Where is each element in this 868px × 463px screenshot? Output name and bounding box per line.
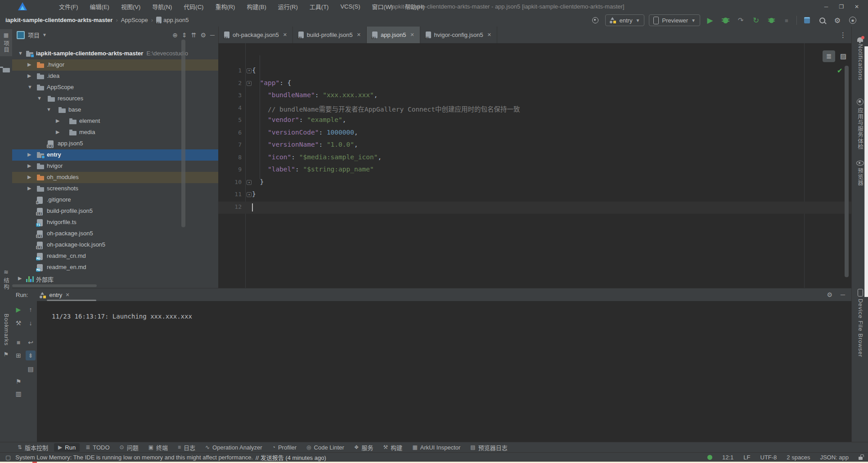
tree-row[interactable]: ▶entry	[12, 149, 218, 161]
stop-button[interactable]: ■	[781, 15, 792, 26]
tree-row[interactable]: ▶screenshots	[12, 183, 218, 194]
chevron-down-icon[interactable]: ▼	[18, 50, 23, 56]
tree-row[interactable]: MDreadme_cn.md	[12, 251, 218, 262]
device-select[interactable]: Previewer ▼	[649, 14, 700, 26]
tool-stripe-device-file-browser[interactable]: Device File Browser	[852, 289, 868, 357]
panel-settings-gear-icon[interactable]: ⚙	[201, 31, 207, 39]
close-button[interactable]: ✕	[849, 0, 864, 13]
tree-row[interactable]: ▶oh_modules	[12, 172, 218, 183]
device-manager-icon[interactable]	[801, 15, 812, 26]
menu-item-6[interactable]: 构建(B)	[241, 0, 272, 13]
editor-tab-app.json5[interactable]: app.json5✕	[367, 27, 420, 43]
breadcrumb-item-1[interactable]: AppScope	[121, 17, 148, 23]
tree-row[interactable]: ▼resources	[12, 93, 218, 104]
tree-row[interactable]: {0}oh-package-lock.json5	[12, 239, 218, 251]
tree-row[interactable]: ▼base	[12, 104, 218, 116]
run-minimize-icon[interactable]: ─	[841, 291, 845, 298]
run-settings-gear-icon[interactable]: ⚙	[827, 291, 833, 298]
tree-row[interactable]: ▶外部库	[12, 273, 218, 284]
chevron-right-icon[interactable]: ▶	[27, 152, 31, 157]
menu-item-3[interactable]: 导航(N)	[146, 0, 178, 13]
locate-target-icon[interactable]	[590, 15, 601, 26]
text-view-toggle[interactable]: ≣	[823, 50, 835, 62]
run-console[interactable]: 11/23 16:13:17: Launching xxx.xxx.xxx	[37, 301, 851, 442]
maximize-button[interactable]: ❐	[834, 0, 849, 13]
soft-wrap-icon[interactable]: ↩	[26, 337, 36, 347]
tree-row[interactable]: ▶media	[12, 127, 218, 138]
tree-row[interactable]: {0}build-profile.json5	[12, 206, 218, 217]
print-icon[interactable]: ▤	[26, 364, 36, 374]
tool-stripe-structure[interactable]: ≋ 结构	[0, 269, 12, 290]
chevron-right-icon[interactable]: ▶	[18, 275, 22, 281]
chevron-right-icon[interactable]: ▶	[56, 118, 59, 124]
debug-button[interactable]	[720, 15, 731, 26]
tree-row[interactable]: ▼iapkit-sample-clientdemo-arkts-masterE:…	[12, 48, 218, 59]
clear-console-icon[interactable]: ▥	[13, 389, 23, 399]
menu-item-9[interactable]: VCS(S)	[334, 0, 366, 13]
tree-row[interactable]: ▶element	[12, 116, 218, 127]
tool-window-button-问题[interactable]: ⊙问题	[116, 442, 143, 453]
encoding[interactable]: UTF-8	[760, 454, 777, 461]
tree-row[interactable]: TShvigorfile.ts	[12, 217, 218, 228]
expand-all-icon[interactable]: ⇕	[182, 31, 187, 39]
chevron-down-icon[interactable]: ▼	[37, 95, 42, 101]
editor-tab-build-profile.json5[interactable]: build-profile.json5✕	[293, 27, 367, 43]
scroll-to-end-icon[interactable]: ⇟	[26, 351, 36, 360]
prev-occurrence-icon[interactable]: ↑	[26, 305, 36, 315]
tool-window-button-Code Linter[interactable]: ◎Code Linter	[302, 443, 348, 452]
collapse-all-icon[interactable]: ⇈	[191, 31, 197, 39]
stop-process-button[interactable]: ■	[13, 337, 23, 347]
breadcrumb-item-2[interactable]: app.json5	[163, 17, 189, 23]
code-editor[interactable]: 1▾{2▾ "app": {3 "bundleName": "xxx.xxx.x…	[218, 43, 851, 288]
tree-row[interactable]: {0}oh-package.json5	[12, 228, 218, 239]
chevron-right-icon[interactable]: ▶	[56, 129, 59, 135]
tool-window-button-构建[interactable]: ⚒构建	[379, 442, 407, 453]
menu-item-5[interactable]: 重构(R)	[209, 0, 241, 13]
unlock-icon[interactable]	[859, 457, 863, 460]
sidebar-toggle-icon[interactable]: ▢	[5, 454, 11, 461]
breadcrumb-item-0[interactable]: iapkit-sample-clientdemo-arkts-master	[5, 17, 112, 23]
menu-item-8[interactable]: 工具(T)	[304, 0, 335, 13]
tree-row[interactable]: {0}app.json5	[12, 138, 218, 149]
run-button[interactable]: ▶	[705, 15, 715, 26]
chevron-right-icon[interactable]: ▶	[27, 174, 31, 180]
close-tab-icon[interactable]: ✕	[283, 32, 287, 38]
send-report-link[interactable]: // 发送报告 (4 minutes ago)	[256, 453, 326, 462]
tool-window-button-服务[interactable]: ❖服务	[350, 442, 378, 453]
tree-vertical-scrollbar[interactable]	[181, 40, 185, 227]
search-everywhere-icon[interactable]	[817, 15, 828, 26]
line-ending[interactable]: LF	[743, 454, 750, 461]
tool-stripe-project[interactable]: ▦ 项目	[0, 29, 12, 56]
hide-panel-icon[interactable]: ─	[210, 31, 215, 39]
tree-row[interactable]: ▼AppScope	[12, 82, 218, 93]
menu-item-7[interactable]: 运行(R)	[272, 0, 304, 13]
chevron-down-icon[interactable]: ▼	[42, 32, 47, 37]
menu-item-4[interactable]: 代码(C)	[178, 0, 209, 13]
profile-account-icon[interactable]: ◉	[847, 15, 858, 26]
run-tab-entry[interactable]: entry ✕	[40, 292, 69, 298]
editor-tab-hvigor-config.json5[interactable]: hvigor-config.json5✕	[420, 27, 497, 43]
restart-app-button[interactable]: ↻	[751, 15, 761, 26]
tool-window-button-Operation Analyzer[interactable]: ∿Operation Analyzer	[201, 443, 266, 452]
chevron-right-icon[interactable]: ▶	[27, 62, 31, 67]
menu-item-1[interactable]: 编辑(E)	[84, 0, 115, 13]
pin-tab-icon[interactable]: ⚑	[13, 377, 23, 387]
editor-tab-oh-package.json5[interactable]: oh-package.json5✕	[219, 27, 293, 43]
minimize-button[interactable]: ─	[819, 0, 834, 13]
tool-window-button-版本控制[interactable]: ⇅版本控制	[13, 442, 52, 453]
run-settings-wrench-icon[interactable]: ⚒	[13, 318, 23, 328]
tool-stripe-commit[interactable]	[0, 68, 12, 72]
tree-row[interactable]: MDreadme_en.md	[12, 262, 218, 273]
restore-layout-icon[interactable]: ⊞	[13, 351, 23, 360]
debug-restart-button[interactable]	[766, 15, 777, 26]
tree-horizontal-scrollbar[interactable]	[12, 284, 97, 287]
caret-position[interactable]: 12:1	[722, 454, 733, 461]
fold-close-icon[interactable]: ▴	[247, 180, 252, 185]
editor-scrollbar[interactable]	[845, 66, 849, 277]
chevron-right-icon[interactable]: ▶	[27, 73, 31, 79]
chevron-right-icon[interactable]: ▶	[27, 185, 31, 191]
rerun-button[interactable]: ▶	[13, 305, 23, 315]
tree-row[interactable]: ▶.hvigor	[12, 59, 218, 71]
chevron-down-icon[interactable]: ▼	[27, 84, 32, 90]
image-view-toggle[interactable]: ▨	[837, 50, 850, 62]
